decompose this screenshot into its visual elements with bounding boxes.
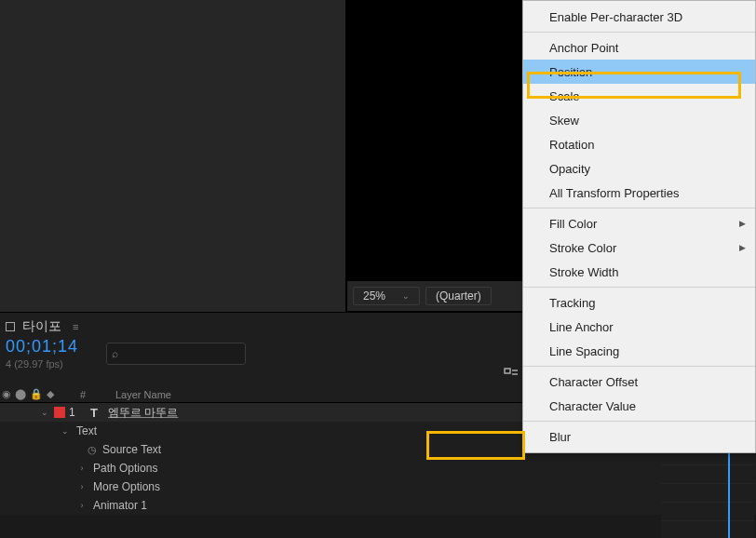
- submenu-arrow-icon: ▶: [739, 243, 746, 252]
- property-animator-1[interactable]: › Animator 1 Add: ▶: [0, 496, 756, 515]
- menu-item-character-value[interactable]: Character Value: [523, 394, 755, 418]
- col-layer-name: Layer Name: [89, 389, 596, 400]
- twirl-open-icon[interactable]: ⌄: [39, 408, 50, 417]
- menu-item-scale[interactable]: Scale: [523, 84, 755, 108]
- menu-item-skew[interactable]: Skew: [523, 108, 755, 132]
- menu-separator: [523, 421, 755, 422]
- timeline-search-input[interactable]: [106, 343, 246, 365]
- video-switch-icon[interactable]: ◉: [2, 388, 11, 400]
- menu-separator: [523, 287, 755, 288]
- current-timecode[interactable]: 00;01;14: [6, 337, 78, 356]
- animate-context-menu: Enable Per-character 3DAnchor PointPosit…: [522, 0, 756, 453]
- col-number: #: [80, 389, 89, 400]
- menu-item-enable-per-character-3d[interactable]: Enable Per-character 3D: [523, 5, 755, 29]
- zoom-dropdown[interactable]: 25% ⌄: [353, 287, 420, 305]
- composition-tab[interactable]: 타이포: [22, 318, 61, 335]
- twirl-closed-icon[interactable]: ›: [76, 464, 88, 473]
- audio-switch-icon[interactable]: ⬤: [15, 388, 26, 400]
- chevron-down-icon: ⌄: [402, 291, 410, 301]
- zoom-value: 25%: [363, 289, 385, 303]
- label-icon[interactable]: ◆: [47, 388, 54, 400]
- menu-item-blur[interactable]: Blur: [523, 424, 755, 449]
- menu-item-rotation[interactable]: Rotation: [523, 132, 755, 156]
- layer-index: 1: [69, 406, 78, 419]
- search-icon: ⌕: [112, 347, 118, 360]
- menu-item-stroke-width[interactable]: Stroke Width: [523, 260, 755, 284]
- fps-label: 4 (29.97 fps): [6, 358, 78, 370]
- text-layer-icon: T: [86, 406, 102, 419]
- menu-item-character-offset[interactable]: Character Offset: [523, 370, 755, 394]
- menu-item-position[interactable]: Position: [523, 60, 755, 84]
- project-panel: [0, 0, 346, 312]
- lock-icon[interactable]: 🔒: [30, 388, 43, 400]
- menu-item-tracking[interactable]: Tracking: [523, 290, 755, 315]
- menu-item-opacity[interactable]: Opacity: [523, 156, 755, 181]
- menu-item-anchor-point[interactable]: Anchor Point: [523, 35, 755, 60]
- menu-separator: [523, 32, 755, 33]
- menu-separator: [523, 366, 755, 367]
- menu-item-line-anchor[interactable]: Line Anchor: [523, 315, 755, 339]
- stopwatch-icon[interactable]: ◷: [88, 444, 97, 456]
- twirl-closed-icon[interactable]: ›: [76, 482, 88, 491]
- layer-color-chip[interactable]: [54, 407, 65, 418]
- twirl-open-icon[interactable]: ⌄: [60, 426, 71, 436]
- menu-item-fill-color[interactable]: Fill Color▶: [523, 211, 755, 235]
- property-more-options[interactable]: › More Options: [0, 477, 756, 496]
- twirl-closed-icon[interactable]: ›: [76, 501, 88, 510]
- menu-separator: [523, 208, 755, 208]
- panel-tools-icon[interactable]: [503, 367, 521, 380]
- menu-item-line-spacing[interactable]: Line Spacing: [523, 339, 755, 363]
- resolution-dropdown[interactable]: (Quarter): [425, 287, 492, 305]
- property-path-options[interactable]: › Path Options: [0, 459, 756, 477]
- resolution-value: (Quarter): [436, 289, 481, 303]
- layer-name[interactable]: 엠뚜르 마뚜르: [104, 405, 272, 421]
- stop-icon: [6, 322, 15, 331]
- submenu-arrow-icon: ▶: [739, 219, 746, 228]
- panel-menu-icon[interactable]: ≡: [73, 321, 79, 332]
- menu-item-all-transform-properties[interactable]: All Transform Properties: [523, 181, 755, 205]
- menu-item-stroke-color[interactable]: Stroke Color▶: [523, 235, 755, 260]
